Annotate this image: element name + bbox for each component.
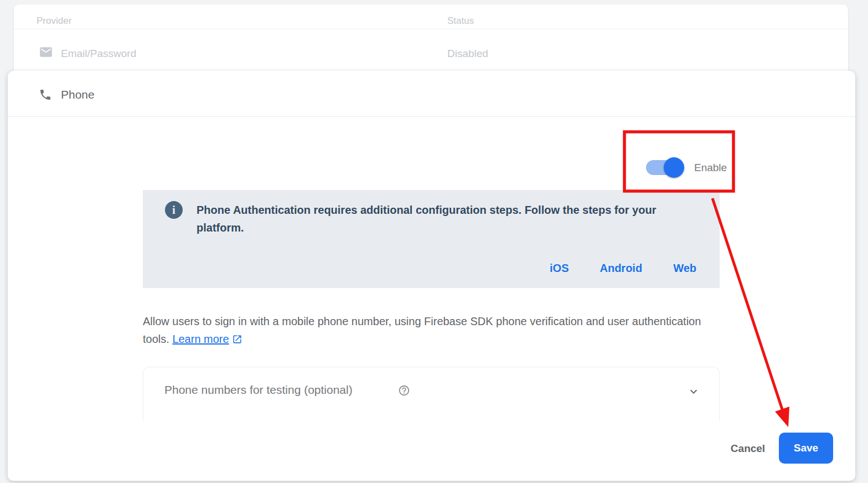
phone-icon: [39, 88, 52, 101]
ios-link[interactable]: iOS: [550, 262, 569, 275]
save-button[interactable]: Save: [779, 433, 833, 464]
info-banner: i Phone Authentication requires addition…: [143, 190, 720, 288]
platform-links: iOS Android Web: [550, 262, 696, 275]
provider-name: Email/Password: [61, 48, 136, 60]
email-icon: [39, 45, 53, 59]
chevron-down-icon[interactable]: [687, 385, 700, 398]
banner-message: Phone Authentication requires additional…: [197, 201, 698, 237]
phone-numbers-testing-section[interactable]: Phone numbers for testing (optional): [143, 367, 720, 421]
provider-status: Disabled: [447, 48, 488, 60]
toggle-knob: [664, 157, 684, 178]
column-header-status: Status: [447, 16, 474, 27]
provider-table-header: Provider Status: [14, 4, 848, 29]
enable-toggle[interactable]: [646, 160, 681, 175]
dialog-title: Phone: [61, 88, 95, 101]
enable-toggle-row: Enable: [646, 157, 779, 179]
provider-description: Allow users to sign in with a mobile pho…: [143, 312, 702, 348]
info-icon: i: [165, 201, 183, 219]
web-link[interactable]: Web: [673, 262, 696, 275]
table-row[interactable]: Email/Password Disabled: [14, 29, 848, 74]
help-icon[interactable]: [398, 384, 410, 397]
column-header-provider: Provider: [37, 16, 71, 27]
learn-more-link[interactable]: Learn more: [172, 333, 229, 345]
external-link-icon: [232, 334, 242, 345]
enable-toggle-label: Enable: [694, 162, 727, 174]
cancel-button[interactable]: Cancel: [721, 439, 775, 459]
testing-section-title: Phone numbers for testing (optional): [164, 383, 353, 397]
phone-provider-dialog: Phone Enable i Phone Authentication requ…: [8, 71, 855, 481]
android-link[interactable]: Android: [600, 262, 642, 275]
dialog-header: Phone: [8, 71, 855, 117]
